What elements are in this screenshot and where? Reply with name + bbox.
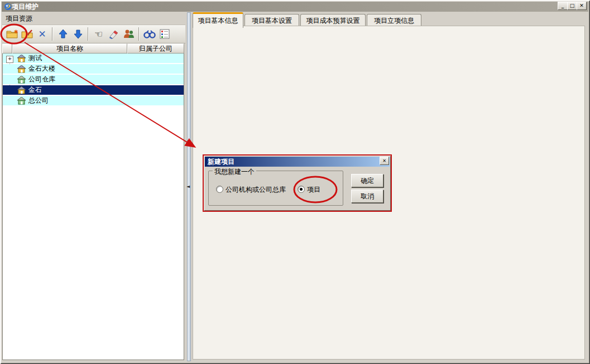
house-yellow-icon	[17, 55, 26, 62]
new-project-folder-icon[interactable]: ✱	[4, 27, 20, 41]
radio-project-label[interactable]: 项目	[307, 185, 320, 195]
expand-icon[interactable]: +	[6, 56, 13, 63]
project-tree: + 测试 金石大楼 公司仓库 金石 总公司	[2, 54, 184, 360]
tree-item-ceshi[interactable]: + 测试	[3, 54, 184, 64]
tree-item-label: 总公司	[28, 96, 49, 105]
svg-text:✱: ✱	[14, 29, 18, 35]
tree-item-gongsicangku[interactable]: 公司仓库	[3, 75, 184, 85]
panel-splitter[interactable]: ◄	[185, 12, 193, 361]
edit-folder-icon[interactable]	[20, 27, 35, 41]
collapse-chevron-icon[interactable]: ◄	[186, 184, 190, 189]
title-bar: 项目维护	[2, 2, 588, 12]
app-icon	[4, 3, 12, 11]
move-down-icon[interactable]	[70, 27, 85, 41]
tree-item-label: 公司仓库	[28, 75, 55, 84]
panel-header-label: 项目资源	[6, 14, 32, 23]
minimize-button[interactable]: _	[558, 2, 568, 10]
delete-icon[interactable]: ✕	[35, 27, 50, 41]
toolbar-separator	[88, 27, 89, 41]
tree-item-label: 测试	[28, 54, 42, 63]
tab-project-basic-settings[interactable]: 项目基本设置	[244, 14, 299, 27]
tree-item-label: 金石大楼	[28, 64, 55, 74]
tree-column-gutter	[2, 43, 12, 54]
tree-column-subsidiary[interactable]: 归属子公司	[127, 43, 184, 54]
radio-company-or-central[interactable]	[216, 186, 223, 193]
dialog-title: 新建项目	[208, 157, 234, 167]
house-yellow-icon	[17, 86, 26, 94]
dialog-option-group-label: 我想新建一个	[213, 167, 256, 177]
house-green-icon	[17, 76, 26, 84]
toolbar-separator	[138, 27, 140, 41]
find-icon[interactable]	[142, 27, 157, 41]
users-icon[interactable]	[121, 27, 136, 41]
tree-item-label: 金石	[28, 85, 42, 95]
tree-toolbar: ✱ ✕ ☜	[2, 25, 185, 43]
house-green-icon	[17, 97, 26, 105]
eraser-icon[interactable]	[106, 27, 121, 41]
window-title: 项目维护	[12, 2, 39, 12]
tree-column-name[interactable]: 项目名称	[12, 43, 127, 54]
report-icon[interactable]	[157, 27, 172, 41]
toolbar-separator	[52, 27, 53, 41]
tab-project-approval-info[interactable]: 项目立项信息	[367, 14, 421, 27]
radio-company-or-central-label[interactable]: 公司机构或公司总库	[226, 185, 286, 195]
dialog-ok-button[interactable]: 确定	[351, 174, 383, 187]
tab-project-cost-budget-settings[interactable]: 项目成本预算设置	[300, 14, 366, 27]
new-project-dialog: 新建项目 ✕ 我想新建一个 公司机构或公司总库 项目 确定 取消	[203, 154, 392, 212]
app-window: 项目维护 _ □ ✕ 项目资源 ✱ ✕ ☜	[0, 0, 590, 364]
dialog-title-bar[interactable]: 新建项目	[205, 157, 390, 167]
house-yellow-icon	[17, 65, 26, 73]
tree-item-jinshi-selected[interactable]: 金石	[3, 85, 184, 95]
maximize-button[interactable]: □	[567, 2, 577, 10]
dialog-close-button[interactable]: ✕	[380, 157, 389, 165]
radio-project[interactable]	[298, 186, 305, 193]
tree-item-zonggongsi[interactable]: 总公司	[3, 96, 184, 106]
select-hand-icon[interactable]: ☜	[91, 27, 106, 41]
close-button[interactable]: ✕	[577, 2, 587, 10]
tree-item-jinshidalou[interactable]: 金石大楼	[3, 64, 184, 74]
project-resource-panel: 项目资源 ✱ ✕ ☜	[2, 12, 185, 361]
dialog-cancel-button[interactable]: 取消	[351, 190, 383, 203]
panel-header: 项目资源	[2, 12, 185, 25]
tab-project-basic-info[interactable]: 项目基本信息	[193, 12, 243, 28]
move-up-icon[interactable]	[55, 27, 70, 41]
